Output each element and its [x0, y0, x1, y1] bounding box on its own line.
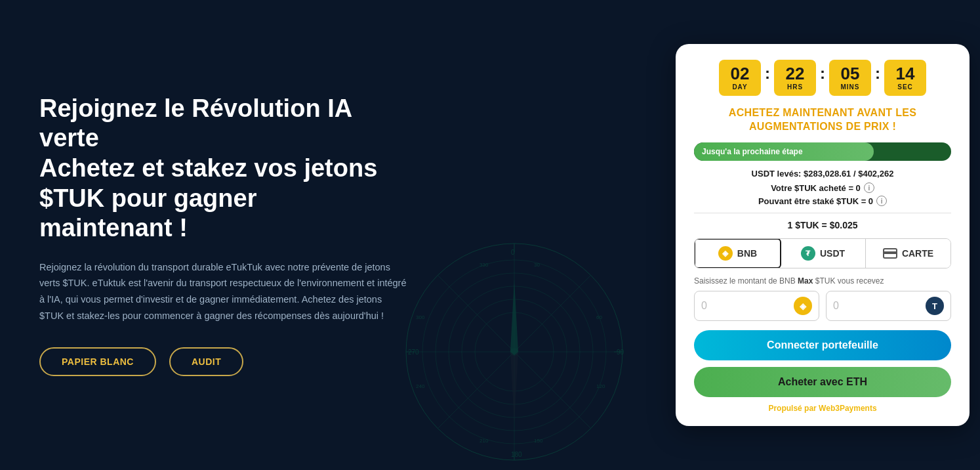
countdown-sec: 14 SEC: [884, 60, 926, 96]
bnb-input[interactable]: [701, 300, 794, 312]
inputs-row: ◈ T: [694, 291, 951, 321]
tab-usdt[interactable]: ₮ USDT: [781, 239, 866, 268]
connect-wallet-button[interactable]: Connecter portefeuille: [694, 330, 951, 360]
progress-bar-fill: Jusqu'a la prochaine étape: [694, 142, 874, 161]
bnb-input-group: ◈: [694, 291, 819, 321]
purchase-card: 02 DAY : 22 HRS : 05 MINS : 14 SEC ACHET…: [676, 44, 970, 427]
card-payment-icon: [883, 248, 897, 259]
info-icon-bought[interactable]: i: [864, 182, 874, 193]
svg-marker-27: [510, 280, 518, 355]
svg-text:300: 300: [416, 314, 425, 320]
tuk-input-icon: T: [926, 297, 944, 315]
svg-text:150: 150: [534, 438, 543, 444]
tab-carte-label: CARTE: [902, 248, 933, 259]
colon-1: :: [765, 64, 770, 83]
svg-text:0: 0: [511, 249, 515, 256]
payment-tabs: ◈ BNB ₮ USDT CARTE: [694, 238, 951, 268]
bnb-icon: ◈: [718, 246, 733, 261]
divider: [694, 213, 951, 213]
progress-bar-text: Jusqu'a la prochaine étape: [702, 147, 803, 156]
right-section: 02 DAY : 22 HRS : 05 MINS : 14 SEC ACHET…: [665, 0, 980, 470]
web3payments-brand: Web3Payments: [819, 404, 876, 413]
colon-2: :: [820, 64, 825, 83]
tab-bnb[interactable]: ◈ BNB: [694, 238, 781, 268]
rate-text: 1 $TUK = $0.025: [694, 220, 951, 230]
svg-text:180: 180: [511, 451, 522, 458]
countdown-days: 02 DAY: [719, 60, 761, 96]
countdown-mins: 05 MINS: [829, 60, 871, 96]
countdown-hrs: 22 HRS: [774, 60, 816, 96]
input-hint-max: Max: [798, 276, 813, 286]
tab-carte[interactable]: CARTE: [866, 239, 950, 268]
svg-text:60: 60: [596, 314, 602, 320]
countdown-timer: 02 DAY : 22 HRS : 05 MINS : 14 SEC: [694, 60, 951, 96]
info-icon-staked[interactable]: i: [876, 196, 887, 206]
usdt-icon: ₮: [801, 246, 815, 261]
stats-tuk-bought: Votre $TUK acheté = 0 i: [694, 182, 951, 193]
svg-text:210: 210: [480, 438, 489, 444]
tab-usdt-label: USDT: [820, 248, 845, 259]
colon-3: :: [875, 64, 880, 83]
powered-by: Propulsé par Web3Payments: [694, 404, 951, 413]
left-section: 0 180 270 90 330 30 60 120 150 210 240 3…: [0, 0, 665, 470]
card-headline: ACHETEZ MAINTENANT AVANT LES AUGMENTATIO…: [694, 106, 951, 134]
svg-text:120: 120: [596, 383, 605, 389]
buttons-row: PAPIER BLANC AUDIT: [39, 347, 632, 376]
svg-text:30: 30: [534, 262, 540, 268]
progress-bar-container: Jusqu'a la prochaine étape: [694, 142, 951, 161]
main-title: Rejoignez le Révolution IA verte Achetez…: [39, 94, 433, 244]
buy-button[interactable]: Acheter avec ETH: [694, 367, 951, 397]
bnb-input-icon: ◈: [794, 297, 812, 315]
input-hint: Saisissez le montant de BNB Max $TUK vou…: [694, 276, 951, 286]
stats-tuk-staked: Pouvant être staké $TUK = 0 i: [694, 196, 951, 206]
tab-bnb-label: BNB: [737, 248, 757, 259]
white-paper-button[interactable]: PAPIER BLANC: [39, 347, 156, 376]
svg-text:330: 330: [480, 262, 489, 268]
svg-text:240: 240: [416, 383, 425, 389]
tuk-input-group: T: [826, 291, 951, 321]
description-text: Rejoignez la révolution du transport dur…: [39, 259, 407, 324]
stats-raised: USDT levés: $283,028.61 / $402,262: [694, 169, 951, 179]
tuk-input[interactable]: [833, 300, 926, 312]
audit-button[interactable]: AUDIT: [169, 347, 243, 376]
